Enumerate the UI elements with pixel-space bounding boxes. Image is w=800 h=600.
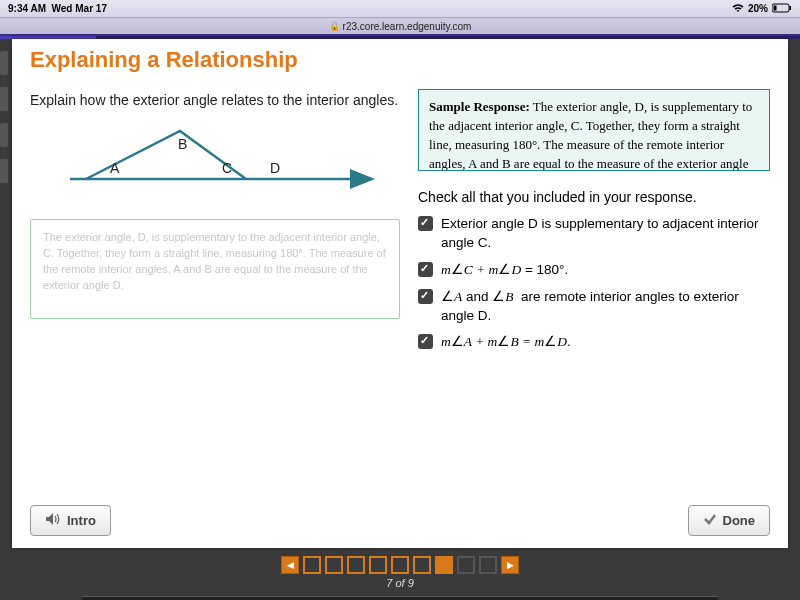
side-tabs — [0, 39, 12, 239]
pager-step[interactable] — [369, 556, 387, 574]
lesson-pager: ◀ ▶ 7 of 9 — [12, 548, 788, 596]
sample-response-label: Sample Response: — [429, 99, 530, 114]
checkbox-checked-icon[interactable] — [418, 289, 433, 304]
bottom-scrollbar[interactable] — [82, 596, 718, 600]
device-status-bar: 9:34 AM Wed Mar 17 20% — [0, 0, 800, 18]
check-text: Exterior angle D is supplementary to adj… — [441, 215, 770, 253]
pager-step[interactable] — [325, 556, 343, 574]
label-B: B — [178, 136, 187, 152]
pager-step[interactable] — [347, 556, 365, 574]
pager-step-current[interactable] — [435, 556, 453, 574]
pager-step[interactable] — [413, 556, 431, 574]
pager-step[interactable] — [303, 556, 321, 574]
checkbox-checked-icon[interactable] — [418, 216, 433, 231]
question-text: Explain how the exterior angle relates t… — [30, 89, 400, 111]
check-item: Exterior angle D is supplementary to adj… — [418, 215, 770, 253]
label-C: C — [222, 160, 232, 176]
url-text: r23.core.learn.edgenuity.com — [343, 21, 472, 32]
card-footer: Intro Done — [12, 495, 788, 548]
intro-button[interactable]: Intro — [30, 505, 111, 536]
check-text: ∠A and ∠B are remote interior angles to … — [441, 288, 770, 326]
side-tab[interactable] — [0, 159, 8, 183]
side-tab[interactable] — [0, 51, 8, 75]
pager-step[interactable] — [457, 556, 475, 574]
checkbox-checked-icon[interactable] — [418, 262, 433, 277]
label-A: A — [110, 160, 120, 176]
check-text: m∠A + m∠B = m∠D. — [441, 333, 571, 352]
check-item: m∠A + m∠B = m∠D. — [418, 333, 770, 352]
side-tab[interactable] — [0, 87, 8, 111]
pager-text: 7 of 9 — [386, 577, 414, 589]
app-frame: Explaining a Relationship Explain how th… — [0, 39, 800, 600]
check-item: m∠C + m∠D = 180°. — [418, 261, 770, 280]
svg-rect-2 — [774, 5, 777, 10]
lesson-card: Explaining a Relationship Explain how th… — [12, 39, 788, 548]
wifi-icon — [732, 3, 744, 15]
page-title: Explaining a Relationship — [12, 39, 788, 79]
sample-response-box: Sample Response: The exterior angle, D, … — [418, 89, 770, 171]
checkbox-checked-icon[interactable] — [418, 334, 433, 349]
student-response-box[interactable]: The exterior angle, D, is supplementary … — [30, 219, 400, 319]
check-prompt: Check all that you included in your resp… — [418, 189, 770, 205]
label-D: D — [270, 160, 280, 176]
pager-next-button[interactable]: ▶ — [501, 556, 519, 574]
done-label: Done — [723, 513, 756, 528]
check-text: m∠C + m∠D = 180°. — [441, 261, 568, 280]
svg-rect-1 — [790, 6, 792, 10]
check-item: ∠A and ∠B are remote interior angles to … — [418, 288, 770, 326]
intro-label: Intro — [67, 513, 96, 528]
triangle-diagram: A B C D — [50, 121, 380, 205]
browser-url-bar[interactable]: 🔒 r23.core.learn.edgenuity.com — [0, 18, 800, 36]
side-tab[interactable] — [0, 123, 8, 147]
battery-percent: 20% — [748, 3, 768, 14]
done-button[interactable]: Done — [688, 505, 771, 536]
battery-icon — [772, 3, 792, 15]
lock-icon: 🔒 — [329, 21, 340, 31]
status-right: 20% — [732, 3, 792, 15]
pager-prev-button[interactable]: ◀ — [281, 556, 299, 574]
pager-step[interactable] — [479, 556, 497, 574]
pager-step[interactable] — [391, 556, 409, 574]
check-icon — [703, 512, 717, 529]
status-time-date: 9:34 AM Wed Mar 17 — [8, 3, 107, 14]
speaker-icon — [45, 512, 61, 529]
